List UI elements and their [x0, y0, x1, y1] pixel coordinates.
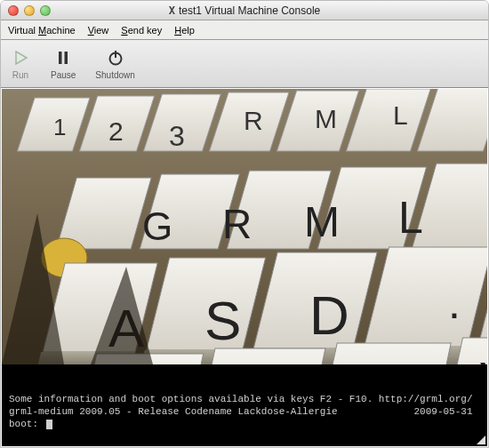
svg-text:3: 3 [169, 120, 185, 152]
pause-label: Pause [51, 70, 76, 80]
svg-text:D: D [309, 284, 349, 346]
shutdown-button[interactable]: Shutdown [95, 47, 134, 80]
x11-icon: X [169, 4, 175, 17]
term-line-2: grml-medium 2009.05 - Release Codename L… [9, 406, 473, 417]
svg-rect-32 [365, 247, 487, 347]
vm-console[interactable]: 1 2 3 R M L G R M L . [2, 89, 487, 446]
boot-prompt[interactable]: boot: [9, 419, 44, 429]
svg-marker-0 [16, 52, 27, 64]
toolbar: Run Pause Shutdown [1, 40, 488, 88]
svg-rect-2 [65, 52, 68, 64]
svg-text:R: R [244, 106, 263, 135]
play-icon [10, 47, 31, 68]
pause-button[interactable]: Pause [51, 47, 76, 80]
svg-text:L: L [393, 100, 408, 130]
svg-text:S: S [204, 290, 241, 351]
svg-text:C: C [379, 356, 414, 364]
svg-text:G: G [142, 204, 172, 248]
shutdown-label: Shutdown [95, 70, 134, 80]
svg-text:M: M [315, 104, 337, 133]
menu-send-key[interactable]: Send key [121, 25, 162, 36]
window-titlebar: X test1 Virtual Machine Console [1, 1, 488, 20]
boot-splash-image: 1 2 3 R M L G R M L . [2, 89, 487, 364]
window-title: X test1 Virtual Machine Console [1, 4, 488, 17]
menu-bar: Virtual Machine View Send key Help [1, 20, 488, 40]
menu-view[interactable]: View [88, 25, 109, 36]
run-label: Run [12, 70, 28, 80]
pause-icon [52, 47, 74, 68]
svg-text:Y: Y [158, 364, 193, 364]
resize-grip[interactable] [475, 434, 485, 444]
menu-help[interactable]: Help [174, 25, 195, 36]
power-icon [105, 47, 126, 68]
svg-marker-50 [2, 213, 64, 364]
svg-text:M: M [304, 198, 340, 245]
terminal-output: Some information and boot options availa… [2, 388, 487, 446]
svg-text:.: . [448, 278, 461, 328]
text-cursor [46, 420, 52, 429]
svg-text:X: X [269, 360, 303, 364]
svg-text:V: V [480, 353, 487, 364]
svg-text:L: L [398, 193, 423, 243]
svg-rect-10 [347, 89, 431, 151]
term-line-1: Some information and boot options availa… [9, 394, 473, 404]
svg-text:2: 2 [108, 116, 124, 146]
svg-text:R: R [222, 201, 252, 247]
menu-virtual-machine[interactable]: Virtual Machine [8, 25, 76, 36]
window-title-text: test1 Virtual Machine Console [179, 4, 320, 17]
svg-rect-1 [59, 52, 62, 64]
run-button[interactable]: Run [10, 47, 31, 80]
svg-text:1: 1 [53, 114, 66, 140]
svg-rect-18 [56, 178, 151, 249]
